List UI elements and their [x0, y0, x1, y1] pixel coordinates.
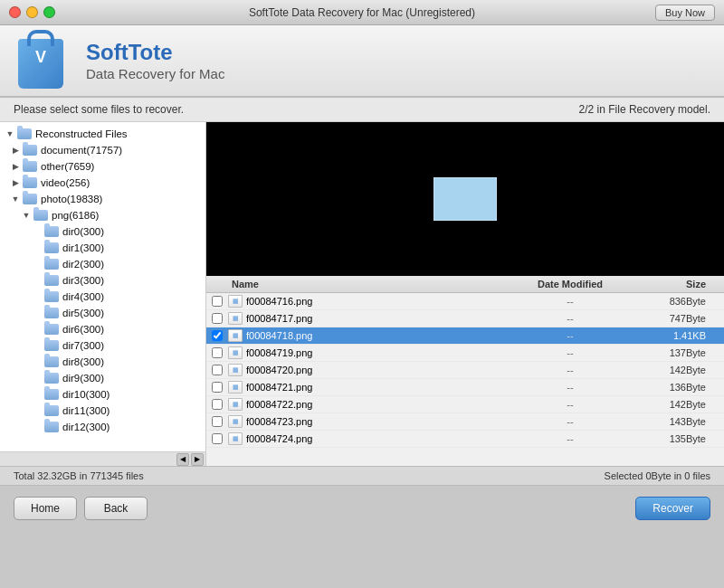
tree-item[interactable]: dir9(300): [0, 370, 205, 386]
tree-toggle-icon[interactable]: [31, 225, 43, 238]
buy-now-button[interactable]: Buy Now: [655, 5, 715, 21]
back-button[interactable]: Back: [84, 497, 148, 520]
recover-button[interactable]: Recover: [635, 497, 710, 520]
file-checkbox-cell[interactable]: [206, 433, 228, 444]
file-type-icon: ▦: [228, 364, 243, 376]
file-name: f00084723.png: [246, 416, 498, 427]
tree-toggle-icon[interactable]: ▼: [20, 209, 33, 222]
tree-item[interactable]: dir11(300): [0, 403, 205, 419]
tree-toggle-icon[interactable]: [31, 388, 43, 401]
tree-toggle-icon[interactable]: ▼: [9, 193, 22, 205]
file-checkbox[interactable]: [212, 365, 223, 375]
tree-toggle-icon[interactable]: [31, 356, 43, 368]
tree-item[interactable]: ▶document(71757): [0, 142, 205, 158]
tree-item[interactable]: dir5(300): [0, 305, 205, 321]
file-checkbox-cell[interactable]: [206, 399, 228, 410]
info-left: Total 32.32GB in 771345 files: [14, 470, 144, 481]
file-type-icon: ▦: [228, 432, 243, 445]
file-checkbox-cell[interactable]: [206, 365, 228, 375]
tree-item[interactable]: dir7(300): [0, 337, 205, 354]
tree-item-label: dir7(300): [62, 340, 104, 351]
tree-toggle-icon[interactable]: ▶: [9, 176, 22, 189]
tree-item[interactable]: dir0(300): [0, 223, 205, 240]
file-row[interactable]: ▦f00084722.png--142Byte: [206, 396, 724, 413]
tree-item[interactable]: ▼png(6186): [0, 207, 205, 223]
file-row[interactable]: ▦f00084719.png--137Byte: [206, 345, 724, 362]
file-checkbox-cell[interactable]: [206, 416, 228, 427]
right-panel: Name Date Modified Size ▦f00084716.png--…: [206, 122, 724, 466]
tree-item[interactable]: dir2(300): [0, 256, 205, 272]
tree-item[interactable]: dir1(300): [0, 240, 205, 256]
folder-icon: [44, 226, 59, 237]
tree-toggle-icon[interactable]: [31, 258, 43, 270]
file-row[interactable]: ▦f00084716.png--836Byte: [206, 293, 724, 310]
file-row[interactable]: ▦f00084723.png--143Byte: [206, 413, 724, 431]
tree-item[interactable]: ▶video(256): [0, 175, 205, 191]
file-row[interactable]: ▦f00084720.png--142Byte: [206, 362, 724, 379]
file-checkbox[interactable]: [212, 416, 223, 427]
folder-icon: [44, 356, 59, 367]
file-size: 142Byte: [643, 365, 724, 375]
file-row[interactable]: ▦f00084724.png--135Byte: [206, 431, 724, 448]
scroll-left-arrow[interactable]: ◀: [176, 453, 189, 466]
file-checkbox[interactable]: [212, 433, 223, 444]
tree-toggle-icon[interactable]: [31, 404, 43, 417]
tree-toggle-icon[interactable]: [31, 290, 43, 303]
scroll-right-arrow[interactable]: ▶: [191, 453, 204, 466]
file-row[interactable]: ▦f00084721.png--136Byte: [206, 379, 724, 396]
minimize-button[interactable]: [26, 6, 38, 18]
col-size-header: Size: [643, 279, 724, 289]
tree-toggle-icon[interactable]: [31, 339, 43, 352]
tree-item[interactable]: dir8(300): [0, 354, 205, 370]
file-checkbox[interactable]: [212, 296, 223, 307]
file-checkbox[interactable]: [212, 313, 223, 324]
tree-item[interactable]: dir10(300): [0, 386, 205, 403]
tree-item[interactable]: dir4(300): [0, 289, 205, 305]
file-checkbox-cell[interactable]: [206, 382, 228, 393]
file-checkbox-cell[interactable]: [206, 296, 228, 307]
file-date: --: [498, 433, 643, 444]
tree-toggle-icon[interactable]: [31, 274, 43, 287]
home-button[interactable]: Home: [14, 497, 77, 520]
tree-toggle-icon[interactable]: ▶: [9, 160, 22, 173]
tree-toggle-icon[interactable]: ▼: [4, 128, 16, 140]
file-checkbox[interactable]: [212, 347, 223, 358]
file-checkbox[interactable]: [212, 382, 223, 393]
file-row[interactable]: ▦f00084718.png--1.41KB: [206, 327, 724, 345]
file-list[interactable]: ▦f00084716.png--836Byte▦f00084717.png--7…: [206, 293, 724, 466]
file-checkbox-cell[interactable]: [206, 313, 228, 324]
brand-name: SoftTote: [86, 40, 224, 66]
status-bar: Please select some files to recover. 2/2…: [0, 98, 724, 122]
col-check-header: [206, 279, 228, 289]
tree-item[interactable]: ▶other(7659): [0, 158, 205, 175]
file-date: --: [498, 313, 643, 324]
tree-toggle-icon[interactable]: [31, 372, 43, 384]
col-date-header: Date Modified: [498, 279, 643, 289]
tree-toggle-icon[interactable]: [31, 307, 43, 319]
maximize-button[interactable]: [43, 6, 55, 18]
tree-item-label: dir2(300): [62, 259, 104, 270]
close-button[interactable]: [9, 6, 21, 18]
folder-icon: [44, 291, 59, 302]
tree-item[interactable]: dir3(300): [0, 272, 205, 289]
file-type-icon: ▦: [228, 312, 243, 325]
file-checkbox[interactable]: [212, 330, 223, 341]
tree-item[interactable]: ▼photo(19838): [0, 191, 205, 207]
tree-item[interactable]: dir6(300): [0, 321, 205, 337]
tree-item[interactable]: ▼Reconstructed Files: [0, 126, 205, 142]
file-checkbox[interactable]: [212, 399, 223, 410]
tree-toggle-icon[interactable]: [31, 242, 43, 254]
folder-icon: [44, 259, 59, 270]
left-button-group: Home Back: [14, 497, 148, 520]
folder-icon: [33, 210, 48, 221]
tree-item[interactable]: dir12(300): [0, 419, 205, 435]
file-checkbox-cell[interactable]: [206, 330, 228, 341]
tree-toggle-icon[interactable]: [31, 421, 43, 433]
status-right: 2/2 in File Recovery model.: [579, 103, 710, 116]
file-row[interactable]: ▦f00084717.png--747Byte: [206, 310, 724, 327]
tree-panel[interactable]: ▼Reconstructed Files▶document(71757)▶oth…: [0, 122, 206, 466]
tree-toggle-icon[interactable]: ▶: [9, 144, 22, 156]
file-checkbox-cell[interactable]: [206, 347, 228, 358]
tree-toggle-icon[interactable]: [31, 323, 43, 336]
tree-horizontal-scroll[interactable]: ◀ ▶: [0, 451, 205, 466]
